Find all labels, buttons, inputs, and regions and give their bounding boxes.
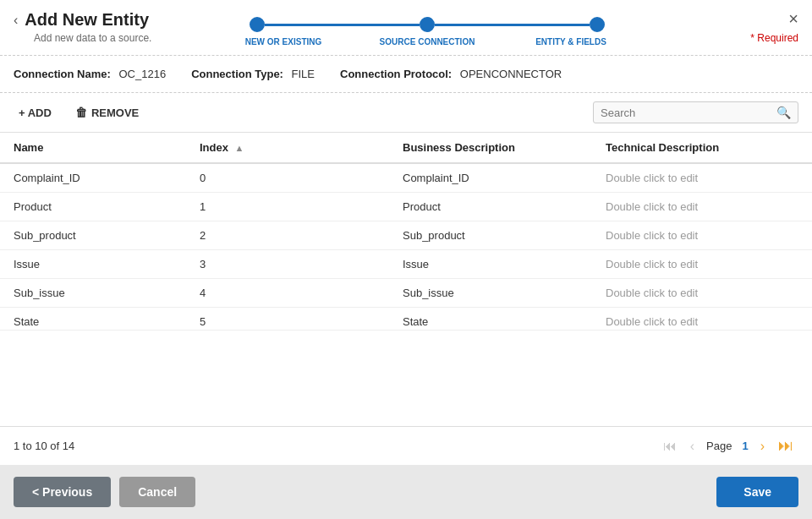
cancel-button[interactable]: Cancel xyxy=(119,477,195,507)
col-header-biz: Business Description xyxy=(389,133,592,163)
cell-biz: Complaint_ID xyxy=(389,163,592,193)
table-row[interactable]: Sub_issue 4 Sub_issue Double click to ed… xyxy=(0,279,812,308)
pagination-bar: 1 to 10 of 14 ⏮ ‹ Page 1 › ⏭ xyxy=(0,426,812,465)
search-input[interactable] xyxy=(601,107,776,119)
stepper-line-2 xyxy=(435,24,590,26)
modal-header: ‹ Add New Entity Add new data to a sourc… xyxy=(0,0,812,56)
stepper-dot-2 xyxy=(420,17,435,32)
cell-biz: Issue xyxy=(389,250,592,279)
cell-biz: Sub_product xyxy=(389,221,592,250)
modal-subtitle: Add new data to a source. xyxy=(34,32,157,44)
cell-name: State xyxy=(0,308,186,331)
cell-name: Issue xyxy=(0,250,186,279)
cell-biz: State xyxy=(389,308,592,331)
toolbar: + ADD 🗑 REMOVE 🔍 xyxy=(0,93,812,133)
page-first-button[interactable]: ⏮ xyxy=(658,435,682,457)
table-row[interactable]: Complaint_ID 0 Complaint_ID Double click… xyxy=(0,163,812,193)
previous-button[interactable]: < Previous xyxy=(14,477,111,507)
cell-tech: Double click to edit xyxy=(592,308,812,331)
entity-table: Name Index ▲ Business Description Techni… xyxy=(0,133,812,331)
search-icon: 🔍 xyxy=(776,106,791,119)
table-row[interactable]: Sub_product 2 Sub_product Double click t… xyxy=(0,221,812,250)
modal-footer: < Previous Cancel Save xyxy=(0,465,812,519)
pagination-count: 1 to 10 of 14 xyxy=(14,440,658,452)
stepper-track xyxy=(250,17,605,32)
search-box: 🔍 xyxy=(593,101,798,123)
connection-type-value: FILE xyxy=(292,68,315,80)
cell-index: 2 xyxy=(186,221,389,250)
cell-tech: Double click to edit xyxy=(592,221,812,250)
page-title: Add New Entity xyxy=(25,10,149,30)
modal: ‹ Add New Entity Add new data to a sourc… xyxy=(0,0,812,519)
connection-protocol-item: Connection Protocol: OPENCONNECTOR xyxy=(340,68,562,80)
cell-biz: Product xyxy=(389,193,592,221)
table-container[interactable]: Name Index ▲ Business Description Techni… xyxy=(0,133,812,426)
cell-name: Product xyxy=(0,193,186,221)
table-header-row: Name Index ▲ Business Description Techni… xyxy=(0,133,812,163)
cell-tech: Double click to edit xyxy=(592,193,812,221)
pagination-controls: ⏮ ‹ Page 1 › ⏭ xyxy=(658,434,798,458)
cell-index: 5 xyxy=(186,308,389,331)
sort-icon: ▲ xyxy=(235,143,244,153)
stepper: NEW OR EXISTING SOURCE CONNECTION ENTITY… xyxy=(157,10,697,46)
cell-index: 0 xyxy=(186,163,389,193)
remove-label: REMOVE xyxy=(91,107,139,119)
connection-type-label: Connection Type: xyxy=(191,68,283,80)
connection-type-item: Connection Type: FILE xyxy=(191,68,315,80)
connection-name-item: Connection Name: OC_1216 xyxy=(14,68,166,80)
cell-tech: Double click to edit xyxy=(592,279,812,308)
cell-index: 4 xyxy=(186,279,389,308)
page-prev-button[interactable]: ‹ xyxy=(685,435,700,457)
page-label: Page xyxy=(706,440,732,452)
table-row[interactable]: Issue 3 Issue Double click to edit xyxy=(0,250,812,279)
header-title-row: ‹ Add New Entity xyxy=(14,10,157,30)
add-label: + ADD xyxy=(19,107,52,119)
add-button[interactable]: + ADD xyxy=(14,103,57,123)
page-number: 1 xyxy=(742,440,748,452)
stepper-dot-1 xyxy=(250,17,265,32)
cell-index: 3 xyxy=(186,250,389,279)
stepper-label-2: SOURCE CONNECTION xyxy=(376,37,478,46)
save-button[interactable]: Save xyxy=(716,477,798,507)
connection-name-value: OC_1216 xyxy=(118,68,166,80)
back-icon[interactable]: ‹ xyxy=(14,13,18,28)
header-right: × * Required xyxy=(697,10,798,44)
cell-name: Sub_issue xyxy=(0,279,186,308)
required-text: * Required xyxy=(750,32,798,44)
page-next-button[interactable]: › xyxy=(755,435,770,457)
stepper-label-3: ENTITY & FIELDS xyxy=(520,37,622,46)
cell-index: 1 xyxy=(186,193,389,221)
connection-name-label: Connection Name: xyxy=(14,68,111,80)
page-last-button[interactable]: ⏭ xyxy=(773,434,798,458)
cell-biz: Sub_issue xyxy=(389,279,592,308)
col-header-index[interactable]: Index ▲ xyxy=(186,133,389,163)
stepper-labels: NEW OR EXISTING SOURCE CONNECTION ENTITY… xyxy=(250,37,605,46)
remove-button[interactable]: 🗑 REMOVE xyxy=(70,102,144,123)
table-row[interactable]: Product 1 Product Double click to edit xyxy=(0,193,812,221)
table-row[interactable]: State 5 State Double click to edit xyxy=(0,308,812,331)
col-header-name: Name xyxy=(0,133,186,163)
stepper-dot-3 xyxy=(590,17,605,32)
cell-tech: Double click to edit xyxy=(592,163,812,193)
stepper-line-1 xyxy=(265,24,420,26)
cell-name: Complaint_ID xyxy=(0,163,186,193)
cell-tech: Double click to edit xyxy=(592,250,812,279)
cell-name: Sub_product xyxy=(0,221,186,250)
connection-protocol-label: Connection Protocol: xyxy=(340,68,452,80)
close-button[interactable]: × xyxy=(788,10,798,27)
stepper-label-1: NEW OR EXISTING xyxy=(233,37,334,46)
trash-icon: 🗑 xyxy=(75,106,87,119)
connection-protocol-value: OPENCONNECTOR xyxy=(460,68,562,80)
header-left: ‹ Add New Entity Add new data to a sourc… xyxy=(14,10,157,44)
col-header-tech: Technical Description xyxy=(592,133,812,163)
connection-bar: Connection Name: OC_1216 Connection Type… xyxy=(0,56,812,93)
